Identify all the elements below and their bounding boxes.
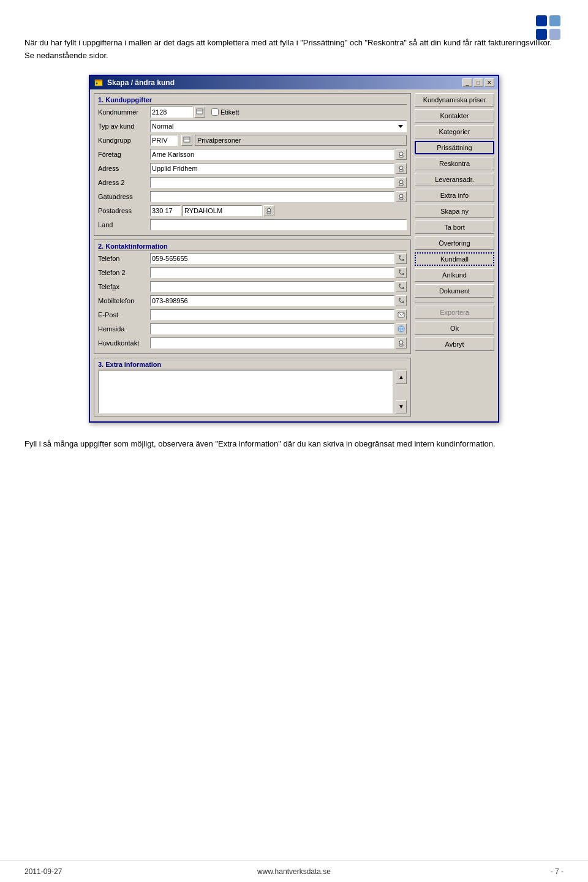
telefon-phone-btn[interactable] xyxy=(396,253,407,264)
telefon-row: Telefon xyxy=(98,252,407,265)
gatuadress-browse-btn[interactable] xyxy=(396,191,407,202)
adress-input[interactable] xyxy=(150,163,394,174)
svg-point-24 xyxy=(399,341,403,344)
prissattning-button[interactable]: Prissättning xyxy=(415,141,494,154)
overforing-button[interactable]: Överföring xyxy=(415,236,494,250)
postadress-row: Postadress xyxy=(98,205,407,217)
adress2-row: Adress 2 xyxy=(98,176,407,189)
etikett-label: Etikett xyxy=(221,108,239,116)
gatuadress-input[interactable] xyxy=(150,191,394,202)
intro-paragraph: När du har fyllt i uppgifterna i mallen … xyxy=(24,37,564,62)
adress-browse-btn[interactable] xyxy=(396,163,407,174)
hemsida-web-btn[interactable] xyxy=(396,323,407,334)
epost-input[interactable] xyxy=(150,309,394,320)
epost-row: E-Post xyxy=(98,309,407,321)
svg-point-11 xyxy=(399,152,403,156)
svg-rect-14 xyxy=(399,170,403,172)
epost-mail-btn[interactable] xyxy=(396,309,407,320)
footer-page: - 7 - xyxy=(384,867,564,876)
postort-input[interactable] xyxy=(183,205,262,216)
kundnummer-input[interactable] xyxy=(150,107,193,118)
extra-scroll-down-btn[interactable]: ▼ xyxy=(396,400,407,413)
adress2-browse-btn[interactable] xyxy=(396,177,407,188)
svg-rect-12 xyxy=(399,156,403,157)
land-input[interactable] xyxy=(150,219,407,230)
etikett-row: Etikett xyxy=(211,108,239,116)
footer-url: www.hantverksdata.se xyxy=(204,867,383,876)
kontaktinformation-header: 2. Kontaktinformation xyxy=(98,243,407,251)
gatuadress-label: Gatuadress xyxy=(98,193,150,200)
kundgrupp-browse-btn[interactable] xyxy=(181,135,192,146)
ta-bort-button[interactable]: Ta bort xyxy=(415,221,494,234)
svg-rect-5 xyxy=(95,80,102,81)
kategorier-button[interactable]: Kategorier xyxy=(415,125,494,138)
mobiltelefon-label: Mobiltelefon xyxy=(98,297,150,304)
huvudkontakt-browse-btn[interactable] xyxy=(396,337,407,349)
hemsida-row: Hemsida xyxy=(98,323,407,335)
foretag-row: Företag xyxy=(98,148,407,160)
mobiltelefon-phone-btn[interactable] xyxy=(396,295,407,306)
kunduppgifter-section: 1. Kunduppgifter Kundnummer Etikett xyxy=(94,93,411,236)
kontakter-button[interactable]: Kontakter xyxy=(415,109,494,123)
telefax-input[interactable] xyxy=(150,281,394,292)
huvudkontakt-row: Huvudkontakt xyxy=(98,337,407,349)
etikett-checkbox[interactable] xyxy=(211,108,219,116)
hemsida-label: Hemsida xyxy=(98,325,150,333)
telefax-label: Telefax xyxy=(98,283,150,290)
avbryt-button[interactable]: Avbryt xyxy=(415,337,494,351)
svg-rect-7 xyxy=(197,109,203,114)
foretag-input[interactable] xyxy=(150,149,394,160)
reskontra-button[interactable]: Reskontra xyxy=(415,157,494,170)
foretag-label: Företag xyxy=(98,151,150,158)
huvudkontakt-input[interactable] xyxy=(150,337,394,349)
leveransadr-button[interactable]: Leveransadr. xyxy=(415,173,494,186)
kundnummer-label: Kundnummer xyxy=(98,108,150,116)
telefon-input[interactable] xyxy=(150,253,394,264)
dokument-button[interactable]: Dokument xyxy=(415,284,494,298)
svg-point-15 xyxy=(399,180,403,184)
svg-rect-20 xyxy=(267,212,271,214)
extra-info-textarea[interactable] xyxy=(98,371,393,413)
typ-av-kund-select[interactable]: Normal xyxy=(150,120,407,132)
postadress-browse-btn[interactable] xyxy=(263,205,274,216)
kundynamiska-priser-button[interactable]: Kundynamiska priser xyxy=(415,93,494,107)
mobiltelefon-input[interactable] xyxy=(150,295,394,306)
kundnummer-browse-btn[interactable] xyxy=(194,107,205,118)
extra-information-section: 3. Extra information ▲ ▼ xyxy=(94,358,411,417)
minimize-button[interactable]: _ xyxy=(462,78,472,87)
postadress-label: Postadress xyxy=(98,207,150,214)
exportera-button[interactable]: Exportera xyxy=(415,306,494,319)
telefon-label: Telefon xyxy=(98,255,150,262)
telefax-phone-btn[interactable] xyxy=(396,281,407,292)
close-button[interactable]: ✕ xyxy=(484,78,494,87)
kundgrupp-desc: Privatpersoner xyxy=(195,135,407,146)
adress-label: Adress xyxy=(98,165,150,172)
kundgrupp-label: Kundgrupp xyxy=(98,137,150,144)
kundmall-button[interactable]: Kundmall xyxy=(415,252,494,266)
typ-av-kund-row: Typ av kund Normal xyxy=(98,120,407,132)
dialog-title-icon xyxy=(94,78,104,88)
extra-info-button[interactable]: Extra info xyxy=(415,189,494,202)
foretag-browse-btn[interactable] xyxy=(396,149,407,160)
adress-row: Adress xyxy=(98,162,407,175)
huvudkontakt-label: Huvudkontakt xyxy=(98,339,150,347)
adress2-input[interactable] xyxy=(150,177,394,188)
anlkund-button[interactable]: Anlkund xyxy=(415,268,494,282)
extra-scroll-up-btn[interactable]: ▲ xyxy=(396,371,407,384)
kundgrupp-code-input[interactable] xyxy=(150,135,178,146)
land-row: Land xyxy=(98,219,407,231)
company-logo xyxy=(533,12,564,45)
kundnummer-row: Kundnummer Etikett xyxy=(98,106,407,118)
bottom-paragraph: Fyll i så många uppgifter som möjligt, o… xyxy=(24,438,564,451)
ok-button[interactable]: Ok xyxy=(415,322,494,335)
dialog-title-text: Skapa / ändra kund xyxy=(107,78,175,87)
telefon2-input[interactable] xyxy=(150,267,394,278)
postnummer-input[interactable] xyxy=(150,205,181,216)
telefon2-phone-btn[interactable] xyxy=(396,267,407,278)
hemsida-input[interactable] xyxy=(150,323,394,334)
extra-information-header: 3. Extra information xyxy=(98,361,407,369)
kunduppgifter-header: 1. Kunduppgifter xyxy=(98,96,407,105)
dialog-title-group: Skapa / ändra kund xyxy=(94,78,175,88)
maximize-button[interactable]: □ xyxy=(473,78,483,87)
skapa-ny-button[interactable]: Skapa ny xyxy=(415,205,494,218)
